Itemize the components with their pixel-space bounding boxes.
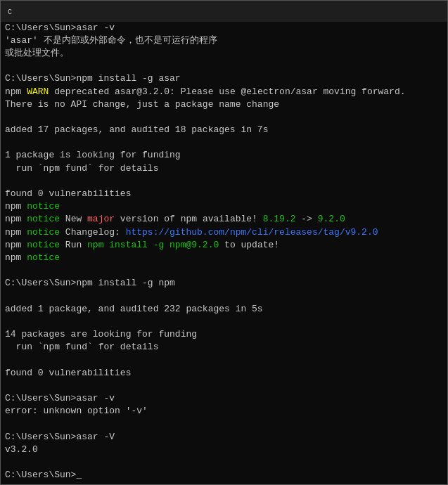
console-line <box>5 290 443 303</box>
console-line: run `npm fund` for details <box>5 341 443 354</box>
console-line <box>5 380 443 392</box>
console-line <box>5 264 443 277</box>
console-line <box>5 418 443 430</box>
console-line <box>5 456 443 469</box>
console-line: npm notice <box>5 252 443 264</box>
console-line: npm notice New major version of npm avai… <box>5 213 443 226</box>
titlebar: C <box>1 1 447 22</box>
console-line: npm notice Changelog: https://github.com… <box>5 226 443 239</box>
console-line <box>5 175 443 188</box>
console-line: C:\Users\Sun>asar -v <box>5 22 443 34</box>
minimize-button[interactable] <box>345 1 377 22</box>
console-line <box>5 60 443 72</box>
console-line: C:\Users\Sun>npm install -g npm <box>5 277 443 290</box>
console-line <box>5 111 443 124</box>
console-line: found 0 vulnerabilities <box>5 367 443 380</box>
window-wrapper: C C:\Users\Sun>npm -v8.19.2 C:\Users\Sun… <box>0 0 448 485</box>
console-line: added 1 package, and audited 232 package… <box>5 303 443 316</box>
console-line <box>5 316 443 328</box>
console-line: 1 package is looking for funding <box>5 149 443 162</box>
console-line <box>5 354 443 366</box>
console-line: C:\Users\Sun>asar -V <box>5 431 443 444</box>
console-line: added 17 packages, and audited 18 packag… <box>5 124 443 136</box>
console-line: npm WARN deprecated asar@3.2.0: Please u… <box>5 86 443 98</box>
console-line: npm notice Run npm install -g npm@9.2.0 … <box>5 239 443 252</box>
console-line: C:\Users\Sun>asar -v <box>5 392 443 405</box>
console-output: C:\Users\Sun>npm -v8.19.2 C:\Users\Sun>a… <box>1 22 447 484</box>
svg-text:C: C <box>8 8 12 16</box>
console-line: npm notice <box>5 200 443 213</box>
console-line: v3.2.0 <box>5 444 443 456</box>
cmd-window: C C:\Users\Sun>npm -v8.19.2 C:\Users\Sun… <box>0 0 448 485</box>
console-line: found 0 vulnerabilities <box>5 188 443 200</box>
console-line: run `npm fund` for details <box>5 162 443 175</box>
cmd-icon: C <box>6 6 18 17</box>
console-line: 14 packages are looking for funding <box>5 328 443 341</box>
titlebar-controls <box>345 1 442 22</box>
maximize-button[interactable] <box>377 1 409 22</box>
console-line: 'asar' 不是内部或外部命令，也不是可运行的程序 <box>5 34 443 47</box>
close-button[interactable] <box>409 1 442 22</box>
console-line: C:\Users\Sun>npm install -g asar <box>5 72 443 85</box>
console-line: There is no API change, just a package n… <box>5 98 443 111</box>
console-line <box>5 136 443 149</box>
console-line: error: unknown option '-v' <box>5 405 443 418</box>
console-line: 或批处理文件。 <box>5 47 443 60</box>
console-line: C:\Users\Sun>_ <box>5 469 443 481</box>
